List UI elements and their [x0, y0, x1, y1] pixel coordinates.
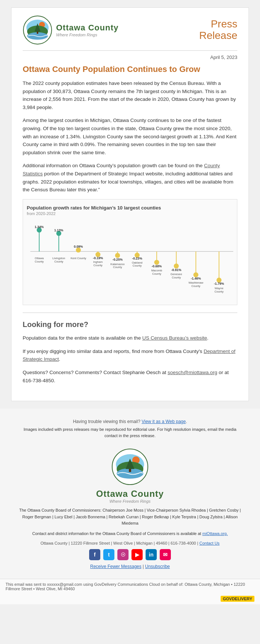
svg-text:-1.79%: -1.79% — [214, 282, 224, 285]
date-line: April 5, 2023 — [23, 55, 237, 60]
svg-text:-0.19%: -0.19% — [93, 256, 103, 260]
svg-text:Livingston: Livingston — [52, 257, 65, 260]
svg-rect-6 — [37, 32, 38, 34]
trouble-line: Having trouble viewing this email? View … — [7, 415, 253, 426]
svg-text:Washtenaw: Washtenaw — [188, 281, 203, 284]
para3-post: portion of the Department of Strategic I… — [23, 171, 233, 192]
footer-county-sub: Where Freedom Rings — [7, 499, 253, 503]
svg-rect-64 — [129, 469, 131, 472]
contact-email-link[interactable]: soesch@miottawa.org — [168, 370, 217, 375]
sent-to-line: This email was sent to xxxxxx@gmail.com … — [0, 579, 260, 594]
address-line: Ottawa County | 12220 Fillmore Street | … — [7, 541, 253, 545]
linkedin-icon[interactable]: in — [146, 549, 157, 560]
editorial-note: Images included with press releases may … — [7, 426, 253, 442]
body-paragraph-3: Additional information on Ottawa County’… — [23, 162, 237, 194]
svg-point-39 — [154, 260, 159, 265]
facebook-icon[interactable]: f — [89, 549, 100, 560]
body-paragraph-1: The 2022 county population estimates hav… — [23, 79, 237, 111]
board-info-text: Contact and district information for the… — [15, 531, 245, 537]
svg-text:Oakland: Oakland — [132, 261, 143, 264]
svg-text:1.34%: 1.34% — [35, 225, 44, 229]
svg-text:-0.23%: -0.23% — [132, 257, 143, 260]
svg-text:County: County — [215, 290, 224, 293]
census-link[interactable]: US Census Bureau’s website — [142, 335, 207, 341]
svg-text:Kent County: Kent County — [71, 257, 86, 260]
body-paragraph-2: Among the largest counties in Michigan, … — [23, 116, 237, 156]
svg-text:County: County — [133, 264, 142, 267]
svg-text:-1.46%: -1.46% — [191, 277, 201, 280]
commissioners-text: The Ottawa County Board of Commissioners… — [15, 507, 245, 527]
chart-subtitle: from 2020-2022 — [27, 211, 233, 216]
logo-subtitle: Where Freedom Rings — [56, 33, 118, 37]
press-release-card: Ottawa County Where Freedom Rings Press … — [11, 7, 249, 401]
svg-text:-0.68%: -0.68% — [152, 264, 162, 268]
svg-text:County: County — [94, 263, 103, 267]
header-row: Ottawa County Where Freedom Rings Press … — [23, 15, 237, 45]
miottawa-link[interactable]: miOttawa.org. — [202, 531, 228, 536]
svg-text:0.09%: 0.09% — [74, 244, 83, 248]
view-as-webpage-link[interactable]: View it as a Web page — [142, 419, 186, 424]
svg-text:-0.91%: -0.91% — [171, 268, 182, 272]
section-divider — [23, 313, 237, 313]
svg-text:County: County — [191, 284, 200, 288]
lfm-paragraph-3: Questions? Concerns? Comments? Contact S… — [23, 369, 237, 384]
logo-title: Ottawa County — [56, 23, 118, 33]
govdelivery-label: GOVDELIVERY — [221, 596, 254, 602]
chart-title: Population growth rates for Michigan’s 1… — [27, 205, 233, 211]
svg-text:County: County — [152, 272, 161, 275]
receive-fewer-link[interactable]: Receive Fewer Messages — [90, 564, 142, 569]
footer-logo — [111, 448, 149, 485]
instagram-icon[interactable]: ☉ — [117, 549, 129, 560]
svg-text:Wayne: Wayne — [215, 287, 224, 290]
footer-logo-area: Ottawa County Where Freedom Rings — [7, 448, 253, 503]
chart-box: Population growth rates for Michigan’s 1… — [23, 199, 237, 305]
looking-for-more-heading: Looking for more? — [23, 320, 237, 329]
lfm-paragraph-1: Population data for the entire state is … — [23, 334, 237, 342]
article-title: Ottawa County Population Continues to Gr… — [23, 65, 237, 74]
youtube-icon[interactable]: ▶ — [131, 549, 143, 560]
svg-text:Ottawa: Ottawa — [35, 257, 44, 260]
email-wrapper: Ottawa County Where Freedom Rings Press … — [0, 7, 260, 604]
svg-text:Genesee: Genesee — [170, 273, 182, 276]
para3-pre: Additional information on Ottawa County’… — [23, 163, 204, 168]
email-icon[interactable]: ✉ — [160, 549, 171, 560]
lfm-paragraph-2: If you enjoy digging into similar data a… — [23, 347, 237, 363]
svg-text:Ingham: Ingham — [93, 260, 103, 264]
govdelivery-badge: GOVDELIVERY — [0, 594, 260, 604]
population-chart: 1.34% Ottawa County 1.13% Livingston Cou… — [27, 219, 233, 301]
footer-county-name: Ottawa County — [7, 489, 253, 499]
svg-text:Macomb: Macomb — [151, 269, 162, 272]
svg-text:County: County — [113, 265, 122, 269]
svg-text:-0.25%: -0.25% — [113, 258, 123, 261]
twitter-icon[interactable]: t — [103, 549, 114, 560]
unsubscribe-link[interactable]: Unsubscribe — [145, 564, 170, 569]
svg-text:County: County — [172, 276, 181, 279]
receive-fewer-line: Receive Fewer Messages | Unsubscribe — [7, 564, 253, 569]
footer-area: Having trouble viewing this email? View … — [0, 409, 260, 578]
svg-text:1.13%: 1.13% — [54, 228, 64, 232]
logo-text-area: Ottawa County Where Freedom Rings — [56, 23, 118, 37]
press-release-label: Press Release — [199, 19, 237, 42]
social-icons: f t ☉ ▶ in ✉ — [7, 549, 253, 560]
header-divider — [23, 50, 237, 51]
svg-text:County: County — [35, 260, 43, 263]
ottawa-county-logo — [23, 15, 52, 45]
svg-point-29 — [115, 253, 120, 258]
svg-text:County: County — [54, 260, 63, 263]
svg-text:Kalamazoo: Kalamazoo — [110, 262, 124, 265]
logo-area: Ottawa County Where Freedom Rings — [23, 15, 118, 45]
contact-us-link[interactable]: Contact Us — [199, 541, 220, 545]
